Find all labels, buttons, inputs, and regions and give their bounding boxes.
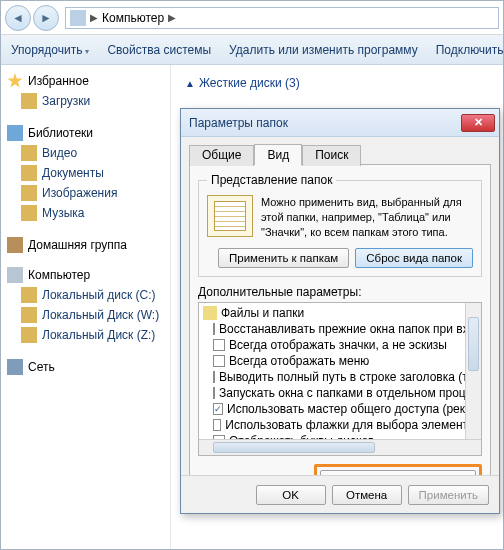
- address-bar-row: ◄ ► ▶ Компьютер ▶: [1, 1, 503, 35]
- folder-view-icon: [207, 195, 253, 237]
- advanced-list[interactable]: Файлы и папкиВосстанавливать прежние окн…: [198, 302, 482, 456]
- chevron-right-icon: ▶: [168, 12, 176, 23]
- sidebar-item-music[interactable]: Музыка: [7, 203, 164, 223]
- tree-item-label: Всегда отображать меню: [229, 354, 369, 368]
- chevron-down-icon: ▲: [185, 78, 195, 89]
- section-heading[interactable]: ▲Жесткие диски (3): [171, 65, 314, 100]
- forward-button[interactable]: ►: [33, 5, 59, 31]
- sidebar-item-video[interactable]: Видео: [7, 143, 164, 163]
- tree-item-label: Использовать флажки для выбора элементов: [225, 418, 481, 432]
- sidebar-item-downloads[interactable]: Загрузки: [7, 91, 164, 111]
- folder-options-dialog: Параметры папок ✕ Общие Вид Поиск Предст…: [180, 108, 500, 514]
- sidebar-homegroup[interactable]: Домашняя группа: [7, 237, 164, 253]
- tree-root[interactable]: Файлы и папки: [203, 305, 481, 321]
- folder-icon: [203, 306, 217, 320]
- tree-item[interactable]: Всегда отображать меню: [203, 353, 481, 369]
- tab-search[interactable]: Поиск: [302, 145, 361, 166]
- nav-buttons: ◄ ►: [5, 5, 59, 31]
- sidebar-libraries[interactable]: Библиотеки: [7, 125, 164, 141]
- downloads-icon: [21, 93, 37, 109]
- documents-icon: [21, 165, 37, 181]
- checkbox[interactable]: [213, 371, 215, 383]
- ok-button[interactable]: OK: [256, 485, 326, 505]
- dialog-footer: OK Отмена Применить: [181, 475, 499, 513]
- homegroup-icon: [7, 237, 23, 253]
- presentation-legend: Представление папок: [207, 173, 336, 187]
- apply-to-folders-button[interactable]: Применить к папкам: [218, 248, 349, 268]
- tree-item[interactable]: Запускать окна с папками в отдельном про…: [203, 385, 481, 401]
- sidebar-favorites[interactable]: Избранное: [7, 73, 164, 89]
- chevron-right-icon: ▶: [90, 12, 98, 23]
- video-icon: [21, 145, 37, 161]
- back-button[interactable]: ◄: [5, 5, 31, 31]
- checkbox[interactable]: [213, 323, 215, 335]
- libraries-icon: [7, 125, 23, 141]
- sidebar-item-documents[interactable]: Документы: [7, 163, 164, 183]
- sidebar-item-drive-z[interactable]: Локальный Диск (Z:): [7, 325, 164, 345]
- tree-item[interactable]: Восстанавливать прежние окна папок при в…: [203, 321, 481, 337]
- checkbox[interactable]: ✓: [213, 403, 223, 415]
- tree-item-label: Использовать мастер общего доступа (реко…: [227, 402, 482, 416]
- sidebar-computer[interactable]: Компьютер: [7, 267, 164, 283]
- apply-button[interactable]: Применить: [408, 485, 489, 505]
- toolbar-uninstall[interactable]: Удалить или изменить программу: [229, 43, 418, 57]
- hdd-icon: [21, 327, 37, 343]
- dialog-title: Параметры папок: [189, 116, 461, 130]
- presentation-group: Представление папок Можно применить вид,…: [198, 173, 482, 277]
- tree-item-label: Всегда отображать значки, а не эскизы: [229, 338, 447, 352]
- tab-general[interactable]: Общие: [189, 145, 254, 166]
- computer-icon: [70, 10, 86, 26]
- checkbox[interactable]: [213, 387, 215, 399]
- sidebar-network[interactable]: Сеть: [7, 359, 164, 375]
- toolbar-system-props[interactable]: Свойства системы: [107, 43, 211, 57]
- breadcrumb-item[interactable]: Компьютер: [102, 11, 164, 25]
- checkbox[interactable]: [213, 419, 221, 431]
- scrollbar-horizontal[interactable]: [199, 439, 481, 455]
- tab-view[interactable]: Вид: [254, 144, 302, 165]
- sidebar-item-images[interactable]: Изображения: [7, 183, 164, 203]
- scrollbar-vertical[interactable]: [465, 303, 481, 439]
- reset-folders-button[interactable]: Сброс вида папок: [355, 248, 473, 268]
- tree-item[interactable]: ✓Использовать мастер общего доступа (рек…: [203, 401, 481, 417]
- cancel-button[interactable]: Отмена: [332, 485, 402, 505]
- sidebar-item-drive-w[interactable]: Локальный Диск (W:): [7, 305, 164, 325]
- checkbox[interactable]: [213, 355, 225, 367]
- toolbar: Упорядочить Свойства системы Удалить или…: [1, 35, 503, 65]
- presentation-text: Можно применить вид, выбранный для этой …: [261, 195, 473, 240]
- star-icon: [7, 73, 23, 89]
- computer-icon: [7, 267, 23, 283]
- advanced-label: Дополнительные параметры:: [198, 285, 482, 299]
- checkbox[interactable]: [213, 339, 225, 351]
- music-icon: [21, 205, 37, 221]
- tree-item[interactable]: Выводить полный путь в строке заголовка …: [203, 369, 481, 385]
- tabs: Общие Вид Поиск: [181, 137, 499, 164]
- network-icon: [7, 359, 23, 375]
- tree-item-label: Запускать окна с папками в отдельном про…: [219, 386, 482, 400]
- tree-item-label: Выводить полный путь в строке заголовка …: [219, 370, 482, 384]
- sidebar-item-drive-c[interactable]: Локальный диск (C:): [7, 285, 164, 305]
- images-icon: [21, 185, 37, 201]
- hdd-icon: [21, 307, 37, 323]
- address-bar[interactable]: ▶ Компьютер ▶: [65, 7, 499, 29]
- close-button[interactable]: ✕: [461, 114, 495, 132]
- toolbar-map-drive[interactable]: Подключить сетевой: [436, 43, 504, 57]
- hdd-icon: [21, 287, 37, 303]
- tree-item[interactable]: Всегда отображать значки, а не эскизы: [203, 337, 481, 353]
- tree-item-label: Восстанавливать прежние окна папок при в…: [219, 322, 482, 336]
- tree-item[interactable]: Использовать флажки для выбора элементов: [203, 417, 481, 433]
- sidebar: Избранное Загрузки Библиотеки Видео Доку…: [1, 65, 171, 549]
- dialog-titlebar[interactable]: Параметры папок ✕: [181, 109, 499, 137]
- tab-panel: Представление папок Можно применить вид,…: [189, 164, 491, 505]
- toolbar-organize[interactable]: Упорядочить: [11, 43, 89, 57]
